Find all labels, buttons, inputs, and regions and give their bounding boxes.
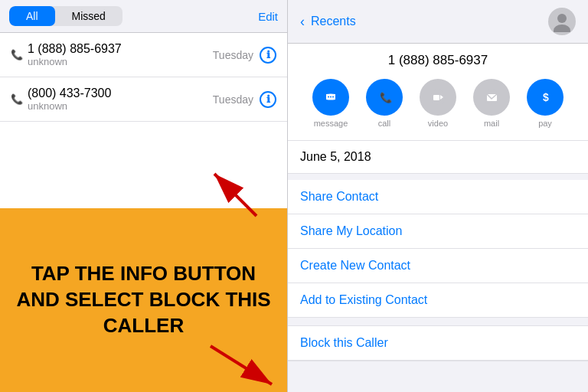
add-existing-label: Add to Existing Contact: [300, 293, 427, 306]
missed-tab[interactable]: Missed: [55, 6, 122, 26]
message-button[interactable]: [312, 79, 349, 116]
contact-section: 1 (888) 885-6937 message: [288, 44, 588, 141]
back-arrow-icon[interactable]: ‹: [300, 14, 305, 30]
call-phone-2: (800) 433-7300: [28, 87, 213, 100]
video-button[interactable]: [420, 79, 456, 116]
call-label: call: [378, 119, 391, 128]
call-phone-1: 1 (888) 885-6937: [28, 42, 213, 56]
share-contact-label: Share Contact: [300, 190, 378, 203]
message-label: message: [314, 119, 348, 128]
share-location-item[interactable]: Share My Location: [288, 214, 588, 249]
call-right-2: Tuesday ℹ: [213, 91, 276, 108]
action-call: 📞 call: [366, 79, 403, 128]
call-right-1: Tuesday ℹ: [213, 47, 276, 64]
action-icons: message 📞 call: [312, 79, 564, 128]
arrow-up-svg: [203, 166, 264, 220]
avatar: [548, 8, 576, 35]
call-item-1: 📞 1 (888) 885-6937 unknown Tuesday ℹ: [0, 33, 287, 77]
overlay-instruction: TAP THE INFO BUTTON AND SELECT BLOCK THI…: [0, 246, 287, 354]
share-location-label: Share My Location: [300, 224, 402, 237]
left-panel: All Missed Edit 📞 1 (888) 885-6937 unkno…: [0, 0, 287, 392]
top-bar: All Missed Edit: [0, 0, 287, 33]
svg-point-7: [328, 96, 329, 98]
call-day-2: Tuesday: [213, 93, 253, 106]
date-section: June 5, 2018: [288, 141, 588, 174]
call-item-left-1: 1 (888) 885-6937 unknown: [28, 42, 213, 67]
mail-button[interactable]: [473, 79, 510, 116]
segmented-control[interactable]: All Missed: [9, 6, 122, 26]
svg-point-4: [557, 14, 567, 23]
share-contact-item[interactable]: Share Contact: [288, 180, 588, 214]
action-pay: $ pay: [527, 79, 564, 128]
call-icon: 📞: [375, 88, 394, 106]
pay-button[interactable]: $: [527, 79, 564, 116]
all-tab[interactable]: All: [9, 6, 55, 26]
svg-line-3: [211, 346, 272, 384]
avatar-icon: [551, 11, 573, 32]
message-icon: [322, 88, 340, 106]
pay-icon: $: [536, 88, 554, 106]
phone-icon-1: 📞: [11, 49, 23, 60]
action-mail: mail: [473, 79, 510, 128]
right-panel: ‹ Recents 1 (888) 885-6937: [287, 0, 588, 392]
action-message: message: [312, 79, 349, 128]
right-header: ‹ Recents: [288, 0, 588, 44]
svg-point-5: [554, 24, 570, 32]
orange-overlay: TAP THE INFO BUTTON AND SELECT BLOCK THI…: [0, 208, 287, 392]
contact-number: 1 (888) 885-6937: [388, 53, 488, 68]
svg-rect-13: [433, 95, 439, 100]
date-text: June 5, 2018: [300, 150, 371, 163]
arrow-down-svg: [203, 342, 279, 388]
call-button[interactable]: 📞: [366, 79, 403, 116]
mail-label: mail: [484, 119, 499, 128]
svg-point-9: [332, 96, 334, 98]
add-existing-contact-item[interactable]: Add to Existing Contact: [288, 283, 588, 318]
recents-label[interactable]: Recents: [311, 15, 356, 28]
mail-icon: [482, 88, 501, 106]
block-caller-label: Block this Caller: [300, 336, 388, 349]
block-caller-item[interactable]: Block this Caller: [288, 326, 588, 361]
svg-point-8: [330, 96, 332, 98]
video-icon: [429, 88, 447, 106]
call-type-2: unknown: [28, 100, 213, 112]
edit-button[interactable]: Edit: [258, 10, 278, 23]
call-day-1: Tuesday: [213, 49, 253, 61]
info-button-2[interactable]: ℹ: [260, 91, 276, 108]
call-item-2: 📞 (800) 433-7300 unknown Tuesday ℹ: [0, 77, 287, 122]
call-item-left-2: (800) 433-7300 unknown: [28, 87, 213, 112]
svg-text:$: $: [543, 91, 549, 103]
svg-line-1: [214, 174, 256, 216]
pay-label: pay: [538, 119, 552, 128]
info-button-1[interactable]: ℹ: [260, 47, 276, 64]
video-label: video: [428, 119, 448, 128]
create-contact-item[interactable]: Create New Contact: [288, 249, 588, 283]
menu-list: Share Contact Share My Location Create N…: [288, 180, 588, 318]
action-video: video: [420, 79, 456, 128]
block-section: Block this Caller: [288, 325, 588, 361]
call-type-1: unknown: [28, 56, 213, 67]
svg-text:📞: 📞: [380, 91, 393, 104]
phone-icon-2: 📞: [11, 93, 23, 105]
create-contact-label: Create New Contact: [300, 259, 410, 272]
